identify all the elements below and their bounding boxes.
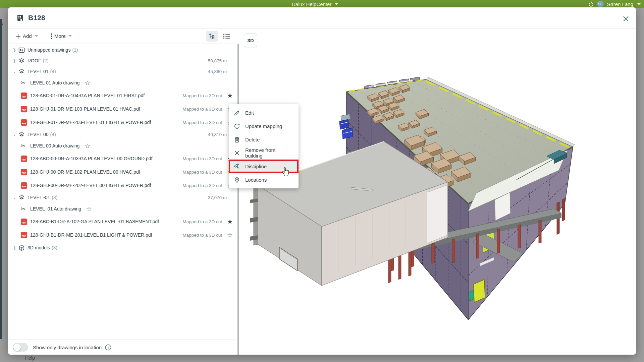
page-scrollbar[interactable] (0, 19, 2, 339)
chevron-expanded-icon[interactable]: ⌄ (11, 69, 18, 74)
layers-icon (18, 68, 25, 75)
add-button[interactable]: Add (13, 31, 41, 41)
tree-row[interactable]: ⌄LEVEL 01(4)45,860 m (8, 66, 237, 77)
mapped-status: Mapped to a 3D cut (182, 170, 222, 175)
avatar[interactable]: SL (597, 1, 604, 7)
refresh-icon (233, 123, 240, 130)
help-link[interactable]: Help (25, 355, 35, 361)
building-icon (16, 14, 24, 22)
history-icon[interactable] (588, 1, 594, 7)
model-viewport[interactable] (239, 44, 636, 355)
row-count: (4) (50, 132, 56, 137)
app-topbar: Dalux HelpCenter SL Søren Lang (0, 0, 644, 8)
location-filter-toggle[interactable] (13, 343, 28, 352)
menu-item-discipline[interactable]: Discipline (229, 160, 299, 173)
tree-view-button[interactable] (206, 31, 218, 42)
tree-row[interactable]: ❯3D models(3) (8, 242, 237, 254)
row-label: LEVEL 01 Auto drawing (30, 80, 79, 85)
user-name[interactable]: Søren Lang (607, 1, 633, 7)
scissors-icon: ✂ (21, 142, 25, 149)
mapped-status: Mapped to a 3D cut (182, 156, 222, 161)
tree-row[interactable]: ⌄LEVEL 00(4)40,810 m (8, 129, 237, 140)
favorite-star[interactable]: ☆ (83, 205, 92, 213)
close-icon (233, 149, 240, 157)
chevron-collapsed-icon[interactable]: ❯ (11, 245, 18, 250)
favorite-star[interactable]: ★ (224, 218, 233, 226)
tree-row[interactable]: PDF128-ABC-00-DR-A-103-GA PLAN LEVEL 00 … (8, 152, 237, 165)
drawing-icon (18, 47, 25, 54)
trash-icon (233, 136, 240, 143)
close-button[interactable] (621, 13, 631, 24)
menu-item-remove-from-building[interactable]: Remove from building (229, 146, 299, 160)
mapped-status: Mapped to a 3D cut (182, 183, 222, 188)
row-label: 128-ABC-B1-DR-A-102-GA PLAN LEVEL -01 BA… (30, 219, 159, 224)
list-view-button[interactable] (221, 31, 233, 42)
row-label: 128-GHJ-00-DR-ME-102-PLAN LEVEL 00 HVAC.… (30, 169, 140, 175)
pdf-icon: PDF (21, 182, 27, 189)
tree-row[interactable]: ✂LEVEL 00 Auto drawing☆ (8, 140, 237, 152)
row-label: 128-GHJ-01-DR-ME-203-LEVEL 01 LIGHT & PO… (30, 120, 151, 125)
helpcenter-menu[interactable]: Dalux HelpCenter (292, 1, 338, 7)
chevron-collapsed-icon[interactable]: ❯ (11, 48, 18, 52)
info-icon[interactable] (105, 344, 111, 351)
list-view-icon (223, 33, 230, 39)
row-label: 128-ABC-00-DR-A-103-GA PLAN LEVEL 00 GRO… (30, 156, 152, 161)
menu-item-label: Discipline (245, 164, 267, 169)
favorite-star[interactable]: ★ (224, 92, 233, 100)
tree-row[interactable]: PDF128-GHJ-00-DR-ME-202-LEVEL 00 LIGHT &… (8, 179, 237, 192)
row-label: 128-ABC-01-DR-A-104-GA PLAN LEVEL 01 FIR… (30, 93, 145, 98)
favorite-star[interactable]: ☆ (82, 79, 90, 87)
row-label: LEVEL 00 (28, 132, 49, 137)
tree-row[interactable]: ✂LEVEL -01 Auto drawing☆ (8, 203, 237, 215)
row-elevation: 37,070 m (208, 195, 233, 200)
layers-icon (18, 194, 25, 201)
row-count: (2) (43, 58, 48, 63)
favorite-star[interactable]: ☆ (82, 142, 90, 150)
tree-row[interactable]: PDF128-GHJ-01-DR-ME-203-LEVEL 01 LIGHT &… (8, 116, 237, 129)
tree-view-icon (209, 33, 215, 40)
layers-icon (18, 57, 25, 64)
tree-footer: Show only drawings in location (8, 340, 237, 355)
row-elevation: 50,875 m (208, 58, 233, 63)
tree-row[interactable]: ⌄LEVEL -01(3)37,070 m (8, 192, 237, 203)
menu-item-delete[interactable]: Delete (229, 133, 299, 146)
kebab-icon (51, 33, 52, 39)
layers-icon (18, 131, 25, 138)
tree-row[interactable]: ❯ROOF(2)50,875 m (8, 55, 237, 66)
tree-row[interactable]: PDF128-ABC-01-DR-A-104-GA PLAN LEVEL 01 … (8, 89, 237, 102)
tree-row[interactable]: PDF128-ABC-B1-DR-A-102-GA PLAN LEVEL -01… (8, 215, 237, 228)
row-count: (3) (52, 245, 57, 250)
menu-item-label: Remove from building (245, 147, 294, 159)
row-label: 128-GHJ-00-DR-ME-202-LEVEL 00 LIGHT & PO… (30, 183, 151, 188)
favorite-star[interactable]: ☆ (224, 231, 233, 239)
more-button[interactable]: More (48, 31, 74, 41)
menu-item-edit[interactable]: Edit (229, 106, 299, 119)
menu-item-label: Edit (245, 110, 254, 116)
chevron-expanded-icon[interactable]: ⌄ (11, 132, 18, 137)
pdf-icon: PDF (21, 219, 27, 225)
menu-item-locations[interactable]: Locations (229, 173, 299, 186)
chevron-expanded-icon[interactable]: ⌄ (11, 195, 18, 200)
tree-row[interactable]: PDF128-GHJ-00-DR-ME-102-PLAN LEVEL 00 HV… (8, 165, 237, 179)
row-label: ROOF (28, 58, 41, 63)
row-label: 128-GHJ-B1-DR-ME-201-LEVEL B1 LIGHT & PO… (30, 232, 152, 238)
context-menu: EditUpdate mappingDeleteRemove from buil… (229, 104, 299, 188)
tree-row[interactable]: ❯Unmapped drawings(1) (8, 45, 237, 55)
menu-item-update-mapping[interactable]: Update mapping (229, 119, 299, 133)
chevron-down-icon (35, 35, 38, 37)
tree-row[interactable]: PDF128-GHJ-B1-DR-ME-201-LEVEL B1 LIGHT &… (8, 228, 237, 242)
chevron-down-icon (335, 3, 338, 5)
plus-icon (15, 34, 21, 39)
tree-row[interactable]: PDF128-GHJ-01-DR-ME-103-PLAN LEVEL 01 HV… (8, 102, 237, 116)
pdf-icon: PDF (21, 106, 27, 112)
chevron-collapsed-icon[interactable]: ❯ (11, 58, 18, 63)
3d-mode-button[interactable]: 3D (244, 34, 257, 47)
pencil-icon (233, 109, 240, 116)
mapped-status: Mapped to a 3D cut (182, 107, 222, 112)
scissors-icon: ✂ (21, 205, 25, 213)
tree-row[interactable]: ✂LEVEL 01 Auto drawing☆ (8, 77, 237, 89)
row-label: LEVEL 00 Auto drawing (30, 143, 79, 148)
more-label: More (54, 33, 66, 39)
close-icon (623, 15, 629, 22)
menu-item-label: Delete (245, 137, 260, 142)
